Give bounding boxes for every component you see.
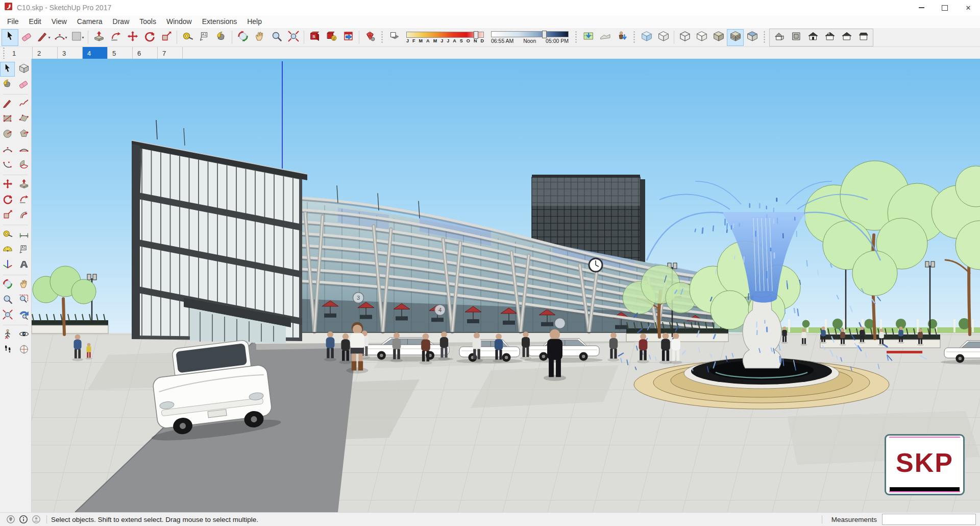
menu-item-extensions[interactable]: Extensions [197,15,242,28]
two-point-arc-tool-button[interactable] [16,142,31,157]
make-component-tool-button[interactable] [16,62,31,77]
pan-tool-button[interactable] [251,29,268,46]
scene-tab-3[interactable]: 3 [58,47,83,59]
dropdown-arrow-icon[interactable]: ▾ [65,35,67,40]
scene-tab-1[interactable]: 1 [8,47,33,59]
scene-tab-4[interactable]: 4 [83,47,108,59]
view-iso-tool-button[interactable] [771,29,788,46]
push-pull-tool-button[interactable] [90,29,107,46]
close-button[interactable]: ✕ [957,0,980,15]
scale-tool-button[interactable] [158,29,175,46]
geolocation-status-icon[interactable] [4,515,17,524]
menu-item-camera[interactable]: Camera [72,15,108,28]
rotate-tool-button[interactable] [141,29,158,46]
text-tool-button[interactable]: A1 [16,243,31,257]
viewport-canvas[interactable]: 34 SKP [32,59,980,512]
dimension-tool-button[interactable] [16,227,31,242]
menu-item-window[interactable]: Window [161,15,197,28]
dropdown-arrow-icon[interactable]: ▾ [48,35,50,40]
three-point-arc-tool-button[interactable] [0,158,15,173]
measurements-input[interactable] [882,514,976,525]
menu-item-file[interactable]: File [2,15,24,28]
protractor-tool-button[interactable] [0,243,15,257]
shapes-tool-button[interactable]: ▾ [69,29,86,46]
scene-tab-7[interactable]: 7 [158,47,183,59]
minimize-button[interactable] [910,0,933,15]
offset-tool-button[interactable] [16,208,31,223]
view-left-tool-button[interactable] [855,29,872,46]
wireframe-tool-button[interactable] [676,29,693,46]
toolbar-grip[interactable] [763,31,766,44]
pan-tool-button[interactable] [16,277,31,292]
section-plane-tool-button[interactable] [16,343,31,357]
menu-item-view[interactable]: View [46,15,72,28]
add-location-tool-button[interactable] [580,29,597,46]
menu-item-draw[interactable]: Draw [108,15,135,28]
arc-tool-button[interactable] [0,142,15,157]
push-pull-tool-button[interactable] [16,177,31,192]
orbit-tool-button[interactable] [0,277,15,292]
eraser-tool-button[interactable] [18,29,35,46]
text-tool-button[interactable]: A1 [196,29,213,46]
date-slider-track[interactable] [406,32,484,38]
orbit-tool-button[interactable] [234,29,251,46]
line-tool-button[interactable] [0,97,15,111]
zoom-tool-button[interactable] [268,29,285,46]
wh-model-tool-button[interactable]: S [306,29,323,46]
look-around-tool-button[interactable] [16,327,31,342]
date-slider-handle[interactable] [474,31,478,39]
paint-bucket-tool-button[interactable] [0,77,15,92]
shadow-toggle-tool-button[interactable] [386,29,403,46]
rotate-tool-button[interactable] [0,193,15,207]
shaded-textures-tool-button[interactable] [727,29,744,46]
shadow-time-slider[interactable]: 06:55 AM Noon 05:00 PM [491,31,569,44]
zoom-extents-tool-button[interactable] [0,308,15,323]
dropdown-arrow-icon[interactable]: ▾ [82,35,84,40]
hidden-line-tool-button[interactable] [693,29,710,46]
axes-tool-button[interactable] [0,258,15,273]
zoom-extents-tool-button[interactable] [285,29,302,46]
follow-me-tool-button[interactable] [16,193,31,207]
toolbar-grip[interactable] [381,31,383,44]
eraser-tool-button[interactable] [16,77,31,92]
rectangle-tool-button[interactable] [0,112,15,127]
photo-textures-tool-button[interactable] [614,29,630,46]
scene-tab-2[interactable]: 2 [33,47,58,59]
sign-in-user-icon[interactable] [30,515,42,524]
xray-tool-button[interactable] [638,29,655,46]
menu-item-edit[interactable]: Edit [24,15,46,28]
polygon-tool-button[interactable] [16,127,31,142]
pie-tool-button[interactable] [16,158,31,173]
tape-measure-tool-button[interactable] [0,227,15,242]
share-model-tool-button[interactable] [323,29,340,46]
rotated-rectangle-tool-button[interactable] [16,112,31,127]
time-slider-handle[interactable] [542,31,547,38]
walk-tool-button[interactable] [0,343,15,357]
scale-tool-button[interactable] [0,208,15,223]
time-slider-track[interactable] [491,31,569,37]
freehand-tool-button[interactable] [16,97,31,111]
paint-bucket-tool-button[interactable] [213,29,230,46]
view-front-tool-button[interactable] [804,29,821,46]
zoom-window-tool-button[interactable] [16,293,31,307]
scene-tab-6[interactable]: 6 [133,47,158,59]
monochrome-tool-button[interactable] [744,29,761,46]
view-back-tool-button[interactable] [838,29,855,46]
scene-tab-5[interactable]: 5 [108,47,133,59]
maximize-button[interactable] [933,0,957,15]
follow-me-tool-button[interactable] [107,29,124,46]
toggle-terrain-tool-button[interactable] [597,29,614,46]
circle-tool-button[interactable] [0,127,15,142]
menu-item-help[interactable]: Help [242,15,267,28]
shadow-date-slider[interactable]: JFMAMJJASOND [406,32,484,43]
credits-info-icon[interactable] [17,515,30,524]
tape-measure-tool-button[interactable] [179,29,196,46]
line-tool-button[interactable]: ▾ [35,29,52,46]
toolbar-grip[interactable] [633,31,635,44]
text3d-tool-button[interactable] [16,258,31,273]
menu-item-tools[interactable]: Tools [134,15,161,28]
back-edges-tool-button[interactable] [655,29,672,46]
shaded-tool-button[interactable] [710,29,727,46]
move-tool-button[interactable] [124,29,141,46]
arc-tool-button[interactable]: ▾ [52,29,69,46]
